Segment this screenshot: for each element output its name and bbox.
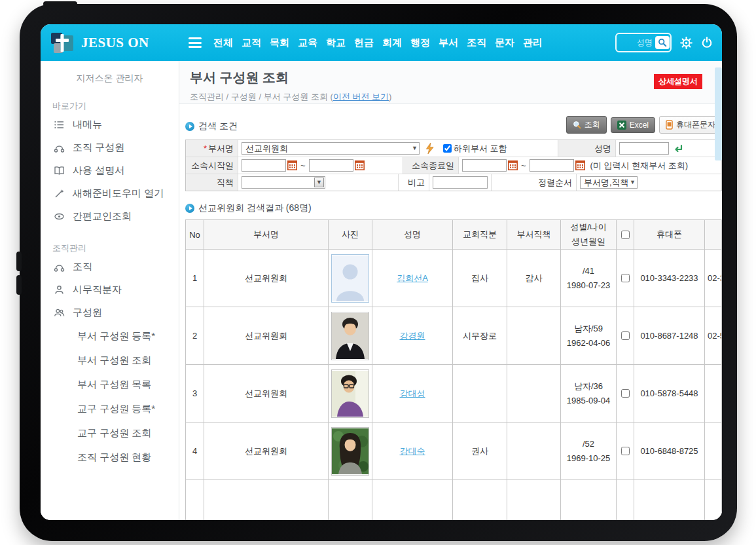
list-icon	[54, 119, 65, 130]
sidebar-item-organization[interactable]: 조직	[41, 255, 179, 278]
people-icon	[54, 307, 65, 318]
org-structure-icon	[54, 261, 65, 272]
sidebar-item-label: 조직 구성원	[73, 141, 124, 154]
calendar-icon[interactable]	[287, 160, 297, 170]
enter-arrow-icon[interactable]	[673, 144, 683, 153]
logo-cross-icon	[50, 30, 75, 55]
search-button[interactable]: 조회	[566, 116, 607, 134]
sidebar-item-manual[interactable]: 사용 설명서	[41, 159, 179, 182]
person-icon	[54, 284, 65, 295]
nav-item[interactable]: 부서	[439, 37, 458, 49]
row-checkbox[interactable]	[621, 331, 630, 340]
sidebar-subitem-dept-member-search[interactable]: 부서 구성원 조회	[41, 348, 179, 373]
member-name-link[interactable]: 김희선A	[397, 273, 428, 283]
search-icon[interactable]	[655, 36, 670, 49]
end-date-label: 소속종료일	[403, 157, 459, 174]
sort-order-select[interactable]: 부서명,직책 ▼	[580, 176, 638, 189]
section-bullet-icon	[185, 122, 194, 131]
row-checkbox[interactable]	[621, 274, 630, 282]
nav-item[interactable]: 교적	[242, 37, 261, 49]
end-date-to-input[interactable]	[530, 159, 574, 172]
table-row[interactable]: 2 선교위원회 강경원 시무장로 남자/591962-04-06	[186, 307, 722, 365]
sidebar-item-newyear-helper[interactable]: 새해준비도우미 열기	[41, 182, 179, 205]
table-row[interactable]: 4 선교위원회 강대숙 권사 /521969-10-25	[186, 423, 722, 480]
position-label: 직책	[186, 174, 238, 191]
table-row[interactable]: 1 선교위원회 김희선A 집사 감사 /411980-07-23	[186, 250, 722, 307]
sidebar-subitem-dept-member-register[interactable]: 부서 구성원 등록*	[41, 324, 179, 348]
gear-icon[interactable]	[680, 37, 693, 49]
desktop-background: JESUS ON 전체 교적 목회 교육 학교 헌금 회계 행정 부서 조직 문…	[0, 0, 756, 545]
select-all-checkbox[interactable]	[621, 231, 630, 239]
nav-item[interactable]: 목회	[270, 37, 289, 49]
sidebar-section-shortcuts: 바로가기	[52, 100, 179, 112]
app-header: JESUS ON 전체 교적 목회 교육 학교 헌금 회계 행정 부서 조직 문…	[41, 24, 722, 61]
sidebar-subitem-dept-member-list[interactable]: 부서 구성원 목록	[41, 373, 179, 397]
magnifier-icon	[573, 121, 581, 129]
sidebar-item-label: 시무직분자	[73, 284, 122, 296]
end-date-from-input[interactable]	[462, 159, 507, 172]
wand-icon	[54, 188, 65, 199]
previous-version-link[interactable]: 이전 버전 보기	[333, 92, 389, 102]
row-checkbox[interactable]	[621, 447, 630, 455]
quick-dept-icon[interactable]	[425, 142, 435, 155]
power-icon[interactable]	[701, 37, 713, 48]
position-select[interactable]: ▼	[242, 176, 325, 189]
nav-item[interactable]: 문자	[495, 37, 514, 49]
row-checkbox[interactable]	[621, 389, 630, 398]
col-photo: 사진	[329, 220, 372, 250]
sidebar-item-org-members[interactable]: 조직 구성원	[41, 136, 179, 159]
col-dept-position: 부서직책	[507, 220, 561, 250]
calendar-icon[interactable]	[355, 160, 365, 170]
header-search-input[interactable]	[617, 38, 655, 47]
member-photo	[331, 369, 369, 418]
name-label: 성명	[558, 140, 616, 157]
calendar-icon[interactable]	[508, 160, 518, 170]
nav-item[interactable]: 회계	[382, 37, 402, 49]
sidebar-subitem-org-member-status[interactable]: 조직 구성원 현황	[41, 445, 179, 470]
col-church-position: 교회직분	[453, 220, 507, 250]
nav-item[interactable]: 관리	[523, 37, 543, 49]
start-date-to-input[interactable]	[309, 159, 353, 172]
section-bullet-icon	[185, 204, 194, 213]
start-date-label: 소속시작일	[186, 157, 238, 174]
excel-button[interactable]: Excel	[611, 117, 655, 133]
start-date-from-input[interactable]	[242, 159, 286, 172]
search-condition-form: * 부서명 선교위원회 ▼	[185, 140, 722, 191]
table-row-partial	[186, 480, 722, 520]
nav-item[interactable]: 학교	[326, 37, 346, 49]
calendar-icon[interactable]	[575, 160, 585, 170]
include-sub-dept-checkbox[interactable]: 하위부서 포함	[443, 143, 507, 155]
logo-text: JESUS ON	[81, 35, 149, 51]
dept-select[interactable]: 선교위원회 ▼	[242, 142, 420, 155]
nav-item[interactable]: 조직	[467, 37, 486, 49]
memo-input[interactable]	[433, 176, 488, 189]
sidebar-item-label: 내메뉴	[73, 119, 102, 131]
top-navigation: 전체 교적 목회 교육 학교 헌금 회계 행정 부서 조직 문자 관리	[213, 37, 543, 49]
col-no: No	[186, 220, 204, 250]
member-name-link[interactable]: 강경원	[400, 331, 425, 341]
sidebar-subitem-parish-member-register[interactable]: 교구 구성원 등록*	[41, 397, 179, 421]
sidebar-item-my-menu[interactable]: 내메뉴	[41, 113, 179, 136]
nav-item[interactable]: 행정	[410, 37, 430, 49]
nav-item[interactable]: 헌금	[354, 37, 374, 49]
sidebar-item-quick-member-search[interactable]: 간편교인조회	[41, 205, 179, 228]
scrollbar-thumb[interactable]	[715, 67, 722, 160]
member-name-link[interactable]: 강대숙	[400, 446, 425, 456]
sidebar-item-office-holders[interactable]: 시무직분자	[41, 278, 179, 301]
table-row[interactable]: 3 선교위원회 강대성 남자/361985-09-04	[186, 365, 722, 423]
name-input[interactable]	[619, 142, 669, 155]
member-name-link[interactable]: 강대성	[400, 388, 425, 398]
sidebar-item-label: 간편교인조회	[73, 210, 132, 223]
hamburger-menu-icon[interactable]	[189, 37, 202, 48]
chevron-down-icon: ▼	[412, 145, 418, 151]
mobile-sms-button[interactable]: 휴대폰문자	[659, 116, 722, 134]
nav-item[interactable]: 전체	[213, 37, 233, 49]
nav-item[interactable]: 교육	[298, 37, 317, 49]
chevron-down-icon: ▼	[314, 178, 324, 187]
book-icon	[54, 165, 65, 176]
tablet-power-button	[43, 1, 77, 7]
detail-manual-badge[interactable]: 상세설명서	[654, 74, 702, 89]
sidebar-item-members[interactable]: 구성원	[41, 301, 179, 324]
date-note: (미 입력시 현재부서 조회)	[585, 160, 689, 172]
sidebar-subitem-parish-member-search[interactable]: 교구 구성원 조회	[41, 421, 179, 445]
